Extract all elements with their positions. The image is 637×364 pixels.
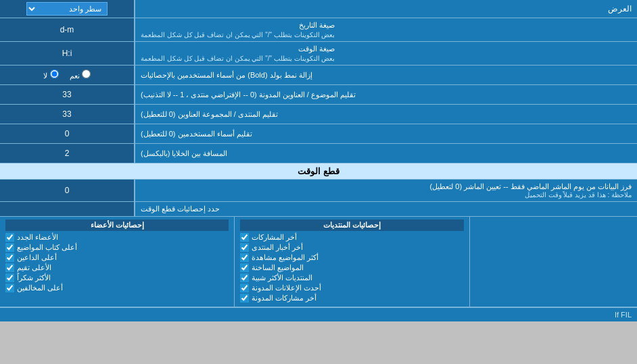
- checkbox-new-members: الأعضاء الجدد: [5, 233, 229, 242]
- date-format-input[interactable]: [4, 25, 130, 34]
- checkbox-most-popular: المنتديات الأكثر شبية: [240, 274, 463, 282]
- cb-top-rated[interactable]: [5, 263, 14, 272]
- users-trim-label: تقليم أسماء المستخدمين (0 للتعطيل): [135, 124, 637, 143]
- checkbox-blog-posts: أخر مشاركات المدونة: [240, 294, 463, 303]
- forum-trim-row: تقليم المنتدى / المجموعة العناوين (0 للت…: [0, 105, 637, 124]
- cb-announcements[interactable]: [240, 284, 249, 292]
- time-format-row: صيغة الوقت بعض التكوينات يتطلب "/" التي …: [0, 42, 637, 66]
- stats-section: إحصائيات المنتديات أخر المشاركات أخر أخب…: [0, 217, 637, 307]
- cells-space-row: المسافة بين الخلايا (بالبكسل): [0, 144, 637, 163]
- radio-no[interactable]: [50, 70, 59, 78]
- cut-time-label: فرز البيانات من يوم الماشر الماضي فقط --…: [135, 180, 637, 201]
- checkbox-top-inviters: أعلى الداعين: [5, 253, 229, 262]
- top-label: العرض: [135, 1, 637, 16]
- stats-right-area: [470, 217, 637, 307]
- cb-most-popular[interactable]: [240, 274, 249, 282]
- if-fil-text: If FIL: [615, 311, 632, 319]
- cells-space-input[interactable]: [4, 149, 130, 158]
- checkbox-last-posts: أخر المشاركات: [240, 233, 463, 242]
- checkbox-top-posters: أعلى كتاب المواضيع: [5, 243, 229, 252]
- display-select[interactable]: سطر واحد سطرين ثلاثة أسطر: [26, 2, 108, 16]
- bold-remove-options: نعم لا: [0, 66, 135, 84]
- cb-top-inviters[interactable]: [5, 253, 14, 262]
- date-format-input-wrapper[interactable]: [0, 18, 135, 41]
- topics-order-input-wrapper[interactable]: [0, 85, 135, 104]
- cb-top-posters[interactable]: [5, 243, 14, 252]
- stats-members-block: إحصائيات الأعضاء الأعضاء الجدد أعلى كتاب…: [0, 217, 235, 307]
- topics-order-input[interactable]: [4, 90, 130, 99]
- forum-trim-label: تقليم المنتدى / المجموعة العناوين (0 للت…: [135, 105, 637, 124]
- stats-define-row: حدد إحصائيات قطع الوقت: [0, 202, 637, 217]
- cb-most-viewed[interactable]: [240, 253, 249, 262]
- users-trim-input-wrapper[interactable]: [0, 124, 135, 143]
- topics-order-label: تقليم الموضوع / العناوين المدونة (0 -- ا…: [135, 85, 637, 104]
- checkbox-top-violations: أعلى المخالفين: [5, 284, 229, 292]
- time-format-input[interactable]: [4, 49, 130, 58]
- cb-hot-topics[interactable]: [240, 263, 249, 272]
- checkbox-most-viewed: أكثر المواضيع مشاهدة: [240, 253, 463, 262]
- cb-new-members[interactable]: [5, 233, 14, 242]
- date-format-row: صيغة التاريخ بعض التكوينات يتطلب "/" الت…: [0, 18, 637, 42]
- forum-trim-input-wrapper[interactable]: [0, 105, 135, 124]
- stats-members-title: إحصائيات الأعضاء: [5, 219, 229, 231]
- stats-posts-block: إحصائيات المنتديات أخر المشاركات أخر أخب…: [235, 217, 469, 307]
- radio-no-label: لا: [43, 70, 58, 80]
- forum-trim-input[interactable]: [4, 109, 130, 119]
- top-row: العرض سطر واحد سطرين ثلاثة أسطر: [0, 0, 637, 18]
- radio-yes[interactable]: [82, 70, 91, 78]
- cut-time-header: قطع الوقت: [0, 163, 637, 180]
- bold-remove-label: إزالة نمط بولد (Bold) من أسماء المستخدمي…: [135, 66, 637, 84]
- cells-space-input-wrapper[interactable]: [0, 144, 135, 163]
- radio-group-bold: نعم لا: [43, 70, 90, 80]
- cut-time-row: فرز البيانات من يوم الماشر الماضي فقط --…: [0, 180, 637, 202]
- radio-yes-label: نعم: [70, 70, 91, 80]
- top-select-wrapper[interactable]: سطر واحد سطرين ثلاثة أسطر: [0, 0, 135, 18]
- cb-most-thanked[interactable]: [5, 274, 14, 282]
- date-format-label: صيغة التاريخ بعض التكوينات يتطلب "/" الت…: [135, 18, 637, 41]
- checkbox-most-thanked: الأكثر شكراً: [5, 274, 229, 282]
- cells-space-label: المسافة بين الخلايا (بالبكسل): [135, 144, 637, 163]
- checkbox-top-rated: الأعلى تقيم: [5, 263, 229, 272]
- if-fil-bar: If FIL: [0, 307, 637, 321]
- checkbox-announcements: أحدث الإعلانات المدونة: [240, 284, 463, 292]
- users-trim-row: تقليم أسماء المستخدمين (0 للتعطيل): [0, 124, 637, 144]
- cb-forum-news[interactable]: [240, 243, 249, 252]
- cb-blog-posts[interactable]: [240, 294, 249, 303]
- stats-define-spacer: [0, 202, 135, 216]
- time-format-label: صيغة الوقت بعض التكوينات يتطلب "/" التي …: [135, 42, 637, 65]
- checkbox-hot-topics: المواضيع الساخنة: [240, 263, 463, 272]
- checkbox-forum-news: أخر أخبار المنتدى: [240, 243, 463, 252]
- stats-posts-title: إحصائيات المنتديات: [240, 219, 463, 231]
- stats-define-label: حدد إحصائيات قطع الوقت: [135, 202, 637, 216]
- cb-last-posts[interactable]: [240, 233, 249, 242]
- time-format-input-wrapper[interactable]: [0, 42, 135, 65]
- cb-top-violations[interactable]: [5, 284, 14, 292]
- cut-time-input[interactable]: [40, 186, 94, 195]
- users-trim-input[interactable]: [4, 129, 130, 138]
- bold-remove-row: إزالة نمط بولد (Bold) من أسماء المستخدمي…: [0, 66, 637, 85]
- topics-order-row: تقليم الموضوع / العناوين المدونة (0 -- ا…: [0, 85, 637, 105]
- cut-time-input-wrapper[interactable]: [0, 180, 135, 201]
